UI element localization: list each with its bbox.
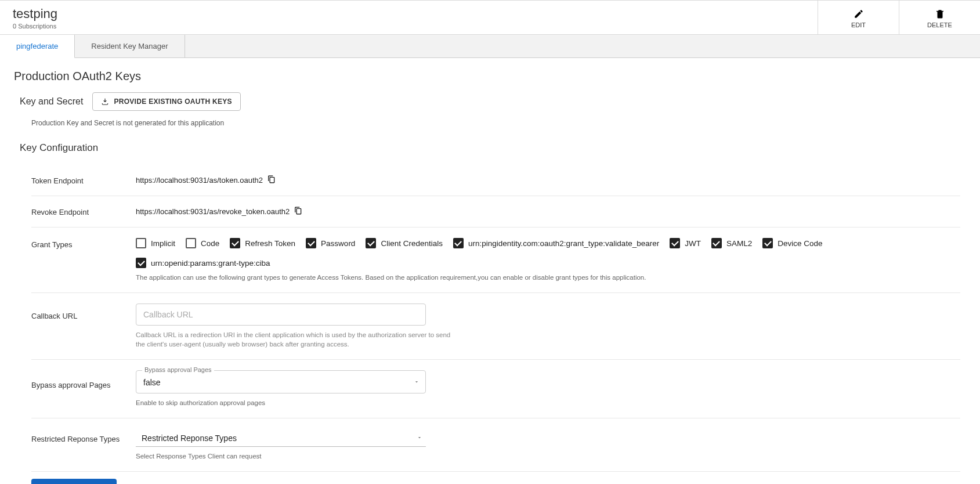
grant-type-checkbox[interactable]: Refresh Token <box>230 238 295 248</box>
restricted-types-select[interactable]: Restricted Reponse Types <box>136 429 426 447</box>
checkbox-unchecked-icon <box>186 238 196 248</box>
chevron-down-icon <box>414 377 420 387</box>
grant-type-checkbox[interactable]: Client Credentials <box>366 238 443 248</box>
tab-label: Resident Key Manager <box>91 42 168 50</box>
grant-type-label: Client Credentials <box>381 239 443 248</box>
chevron-down-icon <box>417 433 422 442</box>
row-token-endpoint: Token Endpoint https://localhost:9031/as… <box>31 164 960 196</box>
key-and-secret-row: Key and Secret PROVIDE EXISTING OAUTH KE… <box>20 92 966 111</box>
callback-url-input[interactable] <box>136 304 426 326</box>
grant-type-checkbox[interactable]: SAML2 <box>711 238 752 248</box>
grant-type-checkbox[interactable]: Code <box>186 238 219 248</box>
grant-type-label: Implicit <box>151 239 175 248</box>
page-header: testping 0 Subscriptions EDIT DELETE <box>0 0 980 35</box>
grant-type-checkbox[interactable]: JWT <box>670 238 701 248</box>
download-import-icon <box>101 97 109 106</box>
checkbox-checked-icon <box>711 238 722 248</box>
grant-type-label: urn:pingidentity.com:oauth2:grant_type:v… <box>468 239 659 248</box>
key-configuration-title: Key Configuration <box>20 142 966 154</box>
grant-type-label: urn:openid:params:grant-type:ciba <box>151 259 270 268</box>
checkbox-checked-icon <box>670 238 680 248</box>
delete-button[interactable]: DELETE <box>899 1 980 34</box>
revoke-endpoint-value: https://localhost:9031/as/revoke_token.o… <box>136 207 290 216</box>
grant-type-checkbox[interactable]: urn:pingidentity.com:oauth2:grant_type:v… <box>453 238 659 248</box>
header-title-block: testping 0 Subscriptions <box>0 1 818 34</box>
copy-icon[interactable] <box>267 175 276 185</box>
tab-pingfederate[interactable]: pingfederate <box>0 35 75 58</box>
grant-type-label: SAML2 <box>726 239 752 248</box>
key-and-secret-title: Key and Secret <box>20 96 83 107</box>
bypass-approval-label: Bypass approval Pages <box>31 370 136 389</box>
restricted-helper: Select Response Types Client can request <box>136 452 461 461</box>
grant-types-helper: The application can use the following gr… <box>136 273 960 282</box>
grant-type-checkbox[interactable]: Device Code <box>762 238 822 248</box>
config-rows: Token Endpoint https://localhost:9031/as… <box>31 164 960 472</box>
grant-type-checkbox[interactable]: Password <box>306 238 355 248</box>
delete-label: DELETE <box>927 21 952 28</box>
row-callback-url: Callback URL Callback URL is a redirecti… <box>31 293 960 360</box>
checkbox-checked-icon <box>762 238 773 248</box>
checkbox-unchecked-icon <box>136 238 146 248</box>
grant-types-label: Grant Types <box>31 238 136 249</box>
grant-types-list: ImplicitCodeRefresh TokenPasswordClient … <box>136 238 960 268</box>
row-bypass-approval: Bypass approval Pages Bypass approval Pa… <box>31 360 960 418</box>
tab-label: pingfederate <box>16 42 58 50</box>
grant-type-checkbox[interactable]: Implicit <box>136 238 175 248</box>
header-actions: EDIT DELETE <box>818 1 980 34</box>
bypass-float-label: Bypass approval Pages <box>142 366 214 373</box>
provide-existing-keys-button[interactable]: PROVIDE EXISTING OAUTH KEYS <box>92 92 240 111</box>
grant-type-label: Code <box>201 239 219 248</box>
checkbox-checked-icon <box>136 258 146 268</box>
grant-type-label: Password <box>321 239 355 248</box>
grant-type-label: Device Code <box>778 239 822 248</box>
row-grant-types: Grant Types ImplicitCodeRefresh TokenPas… <box>31 227 960 293</box>
provide-btn-label: PROVIDE EXISTING OAUTH KEYS <box>114 97 232 106</box>
section-title: Production OAuth2 Keys <box>14 70 966 83</box>
checkbox-checked-icon <box>366 238 376 248</box>
grant-type-label: JWT <box>685 239 701 248</box>
content-area: Production OAuth2 Keys Key and Secret PR… <box>0 58 980 484</box>
app-subtitle: 0 Subscriptions <box>13 23 818 30</box>
callback-url-helper: Callback URL is a redirection URI in the… <box>136 330 461 349</box>
row-restricted-response-types: Restricted Reponse Types Restricted Repo… <box>31 418 960 472</box>
pencil-icon <box>854 9 864 19</box>
callback-url-label: Callback URL <box>31 304 136 320</box>
row-revoke-endpoint: Revoke Endpoint https://localhost:9031/a… <box>31 196 960 227</box>
revoke-endpoint-label: Revoke Endpoint <box>31 207 136 216</box>
generate-keys-button[interactable]: GENERATE KEYS <box>31 479 117 484</box>
tab-resident-key-manager[interactable]: Resident Key Manager <box>75 35 185 57</box>
grant-type-checkbox[interactable]: urn:openid:params:grant-type:ciba <box>136 258 270 268</box>
token-endpoint-value: https://localhost:9031/as/token.oauth2 <box>136 176 263 185</box>
copy-icon[interactable] <box>294 207 302 216</box>
edit-button[interactable]: EDIT <box>818 1 899 34</box>
checkbox-checked-icon <box>306 238 316 248</box>
bypass-helper: Enable to skip authorization approval pa… <box>136 398 461 407</box>
bypass-approval-select[interactable]: Bypass approval Pages false <box>136 370 426 393</box>
checkbox-checked-icon <box>453 238 464 248</box>
checkbox-checked-icon <box>230 238 240 248</box>
token-endpoint-label: Token Endpoint <box>31 175 136 185</box>
app-title: testping <box>13 6 818 21</box>
edit-label: EDIT <box>851 21 866 28</box>
trash-icon <box>935 9 945 19</box>
key-manager-tabs: pingfederate Resident Key Manager <box>0 35 980 58</box>
bypass-value: false <box>143 378 161 387</box>
restricted-value: Restricted Reponse Types <box>142 434 237 443</box>
key-secret-info: Production Key and Secret is not generat… <box>31 119 966 127</box>
grant-type-label: Refresh Token <box>245 239 295 248</box>
restricted-types-label: Restricted Reponse Types <box>31 429 136 443</box>
